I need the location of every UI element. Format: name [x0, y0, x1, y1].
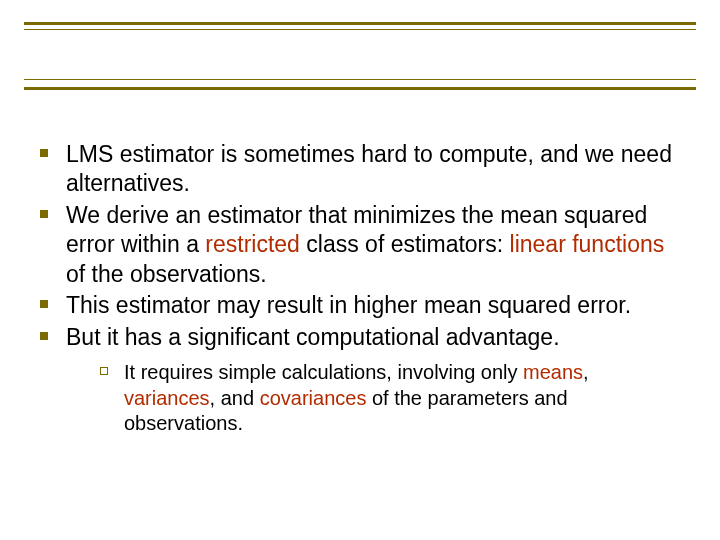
- bullet-text: LMS estimator is sometimes hard to compu…: [66, 141, 672, 196]
- list-item: We derive an estimator that minimizes th…: [34, 201, 680, 289]
- slide: LMS estimator is sometimes hard to compu…: [0, 0, 720, 540]
- bullet-list: LMS estimator is sometimes hard to compu…: [34, 140, 680, 437]
- square-bullet-icon: [40, 149, 48, 157]
- list-item: But it has a significant computational a…: [34, 323, 680, 437]
- square-bullet-icon: [40, 210, 48, 218]
- sub-bullet-text: It requires simple calculations, involvi…: [124, 361, 589, 434]
- sub-list-item: It requires simple calculations, involvi…: [96, 360, 680, 437]
- list-item: LMS estimator is sometimes hard to compu…: [34, 140, 680, 199]
- sub-bullet-list: It requires simple calculations, involvi…: [66, 360, 680, 437]
- bullet-text: We derive an estimator that minimizes th…: [66, 202, 664, 287]
- title-rule-inner-bottom: [24, 79, 696, 80]
- square-bullet-icon: [40, 300, 48, 308]
- content-area: LMS estimator is sometimes hard to compu…: [34, 140, 680, 439]
- open-square-bullet-icon: [100, 367, 108, 375]
- list-item: This estimator may result in higher mean…: [34, 291, 680, 320]
- bullet-text: This estimator may result in higher mean…: [66, 292, 631, 318]
- bullet-text: But it has a significant computational a…: [66, 324, 560, 350]
- title-rule-inner-top: [24, 29, 696, 30]
- square-bullet-icon: [40, 332, 48, 340]
